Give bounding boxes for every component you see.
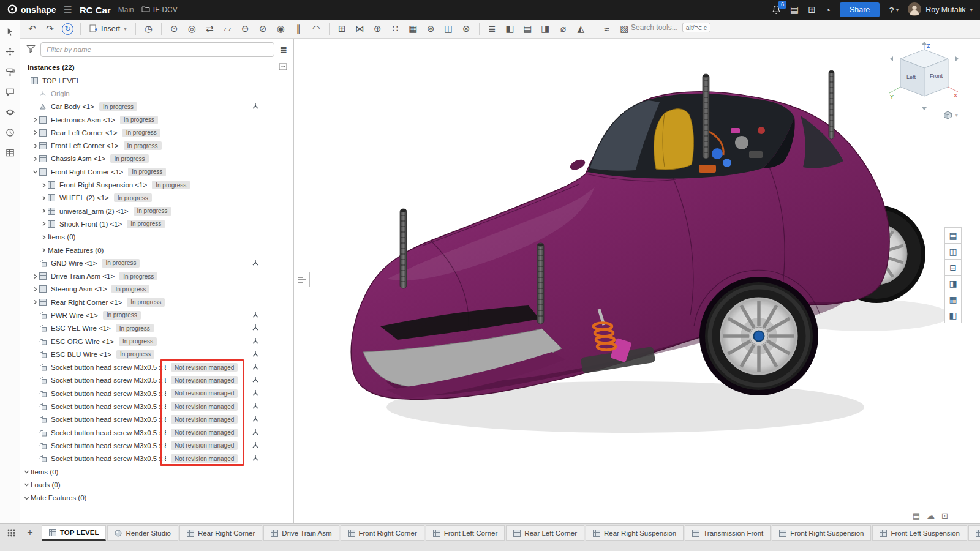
user-menu[interactable]: Roy Mutalik ▾ [908, 2, 973, 18]
tab-rear-right-corner[interactable]: Rear Right Corner [179, 525, 262, 541]
select-tool-icon[interactable] [4, 25, 16, 37]
mate-connector-icon[interactable] [252, 389, 259, 398]
tree-row[interactable]: universal_arm (2) <1>In progress [20, 204, 293, 217]
tool-group-icon[interactable]: ⊞ [334, 21, 350, 36]
secondary-panel-icon[interactable] [279, 63, 287, 72]
chevron-right-icon[interactable] [40, 234, 48, 240]
chevron-right-icon[interactable] [40, 247, 48, 253]
tab-front-right-suspension[interactable]: Front Right Suspension [772, 525, 871, 541]
tree-row[interactable]: Shock Front (1) <1>In progress [20, 217, 293, 230]
tool-tangent-mate-icon[interactable]: ◠ [308, 21, 325, 36]
tab-drive-train-asm[interactable]: Drive Train Asm [263, 525, 339, 541]
appearance-tool-icon[interactable] [4, 66, 16, 78]
configuration-panel-icon[interactable]: ◧ [944, 307, 962, 323]
tree-row[interactable]: Socket button head screw M3x0.5 x 8 <6>N… [20, 413, 293, 426]
view-cube-left-label[interactable]: Left [907, 74, 916, 80]
section-view-icon[interactable]: ⊟ [944, 259, 962, 276]
chevron-right-icon[interactable] [31, 117, 39, 122]
tree-row[interactable]: GND Wire <1>In progress [20, 257, 293, 269]
tool-mate-relation-icon[interactable]: ⋈ [352, 21, 368, 36]
tool-display-states-icon[interactable]: ◧ [502, 21, 518, 36]
apps-grid-icon[interactable]: ⊞ [808, 4, 816, 15]
tab-rear-l[interactable]: Rear L [968, 525, 980, 541]
main-menu-icon[interactable]: ☰ [64, 4, 72, 16]
tree-row[interactable]: Front Right Corner <1>In progress [20, 165, 293, 178]
learning-center-icon[interactable]: ◔ [825, 5, 831, 15]
rotate-down-arrow[interactable] [922, 107, 927, 110]
chevron-down-icon[interactable] [23, 495, 31, 501]
mate-connector-icon[interactable] [252, 415, 259, 424]
tree-row[interactable]: Front Right Suspension <1>In progress [20, 178, 293, 191]
rotate-up-arrow[interactable] [922, 42, 927, 45]
tree-row[interactable]: Socket button head screw M3x0.5 x 8 <3>N… [20, 452, 293, 465]
tree-row[interactable]: ESC YEL Wire <1>In progress [20, 322, 293, 335]
tool-ball-mate-icon[interactable]: ◉ [273, 21, 289, 36]
tree-row[interactable]: Mate Features (0) [20, 244, 293, 257]
share-button[interactable]: Share [840, 2, 880, 17]
render-options-icon[interactable]: ▤ [913, 511, 920, 520]
chevron-down-icon[interactable] [31, 169, 39, 174]
mate-connector-icon[interactable] [252, 402, 259, 411]
tool-snap-mode-icon[interactable]: ⊕ [369, 21, 386, 36]
view-cube[interactable]: Left Front Z Y X [884, 41, 964, 113]
chevron-right-icon[interactable] [40, 208, 48, 214]
mate-connector-icon[interactable] [252, 259, 259, 268]
tree-row[interactable]: Socket button head screw M3x0.5 x 8 <8>N… [20, 439, 293, 452]
bom-table-icon[interactable]: ▤ [944, 227, 962, 244]
tree-row[interactable]: Rear Left Corner <1>In progress [20, 126, 293, 139]
tree-row[interactable]: Front Left Corner <1>In progress [20, 139, 293, 152]
workspace-name[interactable]: Main [118, 6, 134, 14]
tree-row[interactable]: Loads (0) [20, 478, 293, 491]
tree-row[interactable]: WHEEL (2) <1>In progress [20, 192, 293, 204]
tree-row[interactable]: ESC BLU Wire <1>In progress [20, 348, 293, 361]
onshape-logo[interactable]: onshape [7, 4, 56, 16]
undo-button[interactable]: ↶ [24, 21, 40, 36]
tree-row[interactable]: PWR Wire <1>In progress [20, 309, 293, 321]
tree-row[interactable]: Socket button head screw M3x0.5 x 8 <2>N… [20, 400, 293, 413]
tab-front-right-corner[interactable]: Front Right Corner [341, 525, 424, 541]
mate-connector-icon[interactable] [252, 311, 259, 320]
bom-icon[interactable] [4, 146, 16, 159]
tool-simulation-icon[interactable]: ≈ [598, 21, 615, 36]
help-menu[interactable]: ?▾ [889, 5, 899, 15]
chevron-down-icon[interactable] [23, 482, 31, 487]
chevron-right-icon[interactable] [40, 182, 48, 188]
filter-input[interactable] [40, 42, 274, 57]
tool-frame-icon[interactable]: ▧ [616, 21, 633, 36]
rotate-right-arrow[interactable] [956, 56, 959, 61]
tool-fastened-mate-icon[interactable]: ⊙ [166, 21, 183, 36]
tool-appearance-icon[interactable]: ◨ [537, 21, 554, 36]
rc-car-3d-model[interactable] [295, 39, 980, 523]
tool-linear-pattern-icon[interactable]: ▦ [405, 21, 421, 36]
tree-row[interactable]: Mate Features (0) [20, 492, 293, 504]
tool-named-positions-icon[interactable]: ≣ [484, 21, 500, 36]
exploded-views-icon[interactable]: ◨ [944, 275, 962, 291]
chevron-right-icon[interactable] [31, 143, 39, 149]
rotate-left-arrow[interactable] [890, 56, 893, 61]
panel-flyout-handle[interactable] [295, 272, 310, 287]
mate-connector-icon[interactable] [252, 324, 259, 332]
mate-connector-icon[interactable] [252, 441, 259, 450]
tab-manager-icon[interactable] [4, 525, 18, 540]
tree-row[interactable]: Socket button head screw M3x0.5 x 8 <1>N… [20, 387, 293, 400]
tree-row[interactable]: Chassis Asm <1>In progress [20, 152, 293, 165]
insert-button[interactable]: Insert ▾ [85, 23, 131, 35]
mate-connector-icon[interactable] [252, 429, 259, 437]
search-tools[interactable]: Search tools... alt/⌥ c [631, 23, 710, 32]
tree-row[interactable]: Drive Train Asm <1>In progress [20, 269, 293, 282]
named-views-icon[interactable]: ◫ [944, 243, 962, 260]
mate-connector-icon[interactable] [252, 350, 259, 359]
add-tab-button[interactable]: + [23, 525, 37, 540]
tree-row[interactable]: ESC ORG Wire <1>In progress [20, 335, 293, 348]
tab-transmission-front[interactable]: Transmission Front [685, 525, 771, 541]
tool-mate-connector-icon[interactable]: ◷ [140, 21, 157, 36]
notifications-icon[interactable]: 6 [772, 5, 781, 15]
update-references-button[interactable]: ↻ [62, 23, 74, 35]
tab-rear-right-suspension[interactable]: Rear Right Suspension [586, 525, 684, 541]
redo-button[interactable]: ↷ [42, 21, 58, 36]
explore-icon[interactable] [4, 106, 16, 118]
mate-connector-icon[interactable] [252, 454, 259, 463]
tree-row[interactable]: TOP LEVEL [20, 74, 293, 87]
graphics-viewport[interactable]: Left Front Z Y X ▾ ▤◫⊟◨▦◧ ▤☁⊡ [295, 39, 980, 523]
tool-pin-slot-mate-icon[interactable]: ⊘ [255, 21, 271, 36]
